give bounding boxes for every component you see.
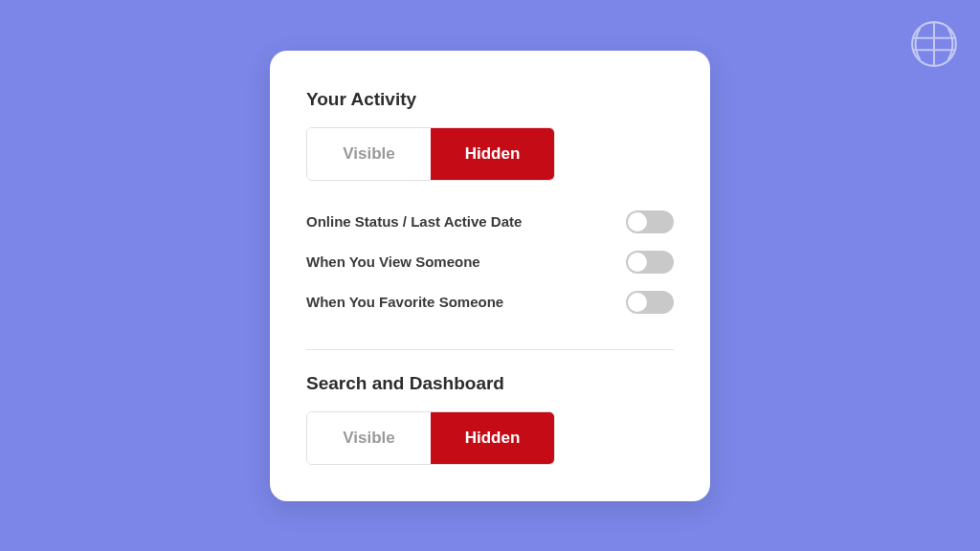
your-activity-section: Your Activity Visible Hidden Online Stat… — [306, 89, 674, 322]
svg-point-0 — [912, 22, 956, 66]
activity-hidden-option[interactable]: Hidden — [431, 128, 554, 180]
option-when-view: When You View Someone — [306, 242, 674, 282]
option-label: When You View Someone — [306, 253, 480, 270]
toggle-when-favorite[interactable] — [626, 291, 674, 314]
activity-visible-option[interactable]: Visible — [307, 128, 431, 180]
privacy-settings-card: Your Activity Visible Hidden Online Stat… — [270, 51, 710, 501]
search-dashboard-title: Search and Dashboard — [306, 373, 674, 394]
your-activity-title: Your Activity — [306, 89, 674, 110]
option-when-favorite: When You Favorite Someone — [306, 282, 674, 322]
search-dashboard-section: Search and Dashboard Visible Hidden — [306, 373, 674, 465]
search-hidden-option[interactable]: Hidden — [431, 412, 554, 464]
search-visible-option[interactable]: Visible — [307, 412, 431, 464]
search-visibility-segmented[interactable]: Visible Hidden — [306, 411, 555, 465]
toggle-online-status[interactable] — [626, 210, 674, 233]
activity-visibility-segmented[interactable]: Visible Hidden — [306, 127, 555, 181]
toggle-when-view[interactable] — [626, 251, 674, 274]
option-online-status: Online Status / Last Active Date — [306, 202, 674, 242]
watermark-logo — [909, 19, 959, 69]
option-label: Online Status / Last Active Date — [306, 213, 522, 230]
option-label: When You Favorite Someone — [306, 294, 503, 310]
activity-options-list: Online Status / Last Active Date When Yo… — [306, 202, 674, 322]
section-divider — [306, 349, 674, 350]
